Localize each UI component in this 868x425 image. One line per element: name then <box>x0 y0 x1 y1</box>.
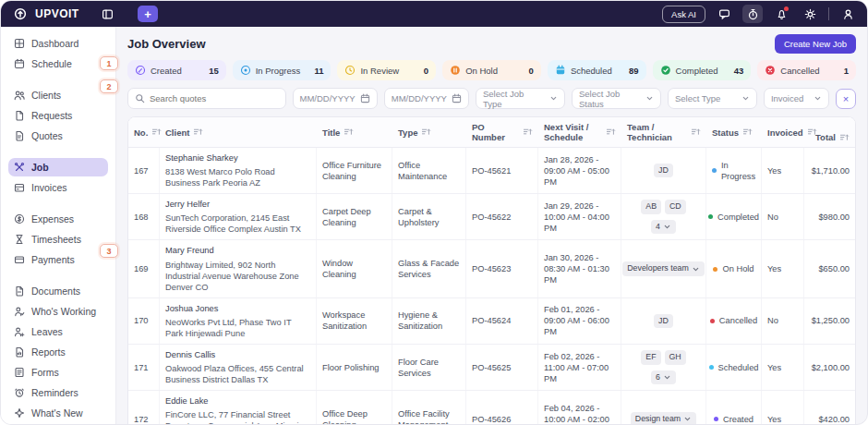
status-pill-label: Created <box>151 66 182 76</box>
search-field[interactable] <box>127 88 286 109</box>
sort-icon[interactable] <box>193 128 203 137</box>
filter-select-select-job-status[interactable]: Select Job Status <box>572 88 661 109</box>
cell-schedule: Jan 30, 2026 -08:30 AM - 01:30 PM <box>538 240 621 297</box>
upvoit-logo-icon <box>10 5 30 23</box>
settings-gear-icon[interactable] <box>800 5 820 23</box>
team-badge[interactable]: GH <box>665 350 686 364</box>
sidebar-item-leaves[interactable]: Leaves <box>8 322 108 341</box>
calendar-icon <box>360 93 370 103</box>
cell-team: JD <box>621 298 706 344</box>
cell-invoiced: No <box>762 194 804 239</box>
sidebar-item-requests[interactable]: Requests <box>8 106 108 125</box>
team-dropdown-chip[interactable]: 6 <box>651 370 676 384</box>
table-row[interactable]: 171Dennis CallisOakwood Plaza Offices, 4… <box>128 345 855 391</box>
cell-po-number: PO-45624 <box>466 298 538 344</box>
sidebar-item-label: Reminders <box>31 387 78 398</box>
chat-icon[interactable] <box>714 5 734 23</box>
sort-icon[interactable] <box>691 128 701 137</box>
status-pill-scheduled[interactable]: Scheduled89 <box>548 60 646 80</box>
status-pill-created[interactable]: Created15 <box>127 60 226 80</box>
team-badge[interactable]: EF <box>641 350 660 364</box>
sidebar-item-timesheets[interactable]: Timesheets <box>8 230 108 249</box>
cell-type: Carpet & Upholstery <box>392 194 466 239</box>
filters-row: MM/DD/YYYY MM/DD/YYYY Select Job TypeSel… <box>127 88 856 109</box>
table-row[interactable]: 167Stephanie Sharkey8138 West Marco Polo… <box>128 148 855 194</box>
timesheets-icon <box>14 234 25 245</box>
sidebar-item-quotes[interactable]: Quotes <box>8 127 108 145</box>
cell-total: $980.00 <box>804 194 855 239</box>
create-new-job-button[interactable]: Create New Job <box>775 34 856 54</box>
clear-filters-button[interactable]: × <box>836 89 856 109</box>
cell-no: 170 <box>128 298 160 344</box>
team-dropdown-chip[interactable]: Developers team <box>622 261 705 275</box>
sort-icon[interactable] <box>344 128 354 137</box>
table-row[interactable]: 168Jerry HelferSunTech Corporation, 2145… <box>128 194 855 240</box>
table-row[interactable]: 172Eddie LakeFinCore LLC, 77 Financial S… <box>128 391 855 425</box>
date-from-field[interactable]: MM/DD/YYYY <box>293 88 378 109</box>
sidebar-item-label: Job <box>31 162 49 173</box>
status-pill-on-hold[interactable]: On Hold0 <box>442 60 541 80</box>
sidebar-item-clients[interactable]: Clients <box>8 86 108 104</box>
filter-select-invoiced[interactable]: Invoiced <box>764 88 829 109</box>
scheduled-icon <box>555 65 566 76</box>
sidebar-item-label: Invoices <box>31 182 67 193</box>
quick-add-button[interactable]: + <box>138 6 158 22</box>
status-pill-completed[interactable]: Completed43 <box>653 60 752 80</box>
ask-ai-button[interactable]: Ask AI <box>662 6 705 23</box>
sidebar-item-invoices[interactable]: Invoices <box>8 178 108 197</box>
status-pill-in-review[interactable]: In Review0 <box>337 60 436 80</box>
cell-status: Created <box>706 391 762 425</box>
sort-icon[interactable] <box>606 128 616 137</box>
sort-icon[interactable] <box>421 128 431 137</box>
timer-icon[interactable] <box>742 5 763 23</box>
sidebar-item-job[interactable]: Job <box>8 158 108 176</box>
filter-select-select-type[interactable]: Select Type <box>668 88 757 109</box>
filter-select-select-job-type[interactable]: Select Job Type <box>476 88 565 109</box>
user-profile-icon[interactable] <box>838 5 858 23</box>
sidebar-item-who-s-working[interactable]: Who's Working <box>8 302 108 321</box>
filter-select-value: Select Job Type <box>483 89 545 109</box>
client-address: Oakwood Plaza Offices, 455 Central Busin… <box>165 363 310 385</box>
team-dropdown-chip[interactable]: 4 <box>651 220 676 234</box>
sidebar-item-what-s-new[interactable]: What's New <box>8 404 108 422</box>
team-badge[interactable]: AB <box>641 200 661 213</box>
sort-icon[interactable] <box>839 133 850 142</box>
team-badge[interactable]: CD <box>665 200 686 213</box>
client-address: Brightway Limited, 902 North Industrial … <box>165 260 310 293</box>
table-row[interactable]: 170Joshua JonesNeoWorks Pvt Ltd, Phase T… <box>128 298 855 345</box>
status-pill-in-progress[interactable]: In Progress11 <box>233 60 332 80</box>
sidebar-item-reports[interactable]: Reports <box>8 343 108 361</box>
notifications-bell-icon[interactable] <box>771 5 791 23</box>
schedule-line: Jan 29, 2026 - <box>544 200 615 212</box>
invoices-icon <box>14 182 25 193</box>
sort-icon[interactable] <box>523 128 533 137</box>
sidebar-item-expenses[interactable]: Expenses <box>8 210 108 228</box>
status-pill-label: In Progress <box>256 66 301 76</box>
sidebar-item-reminders[interactable]: Reminders <box>8 383 108 402</box>
client-name: Joshua Jones <box>165 303 310 314</box>
sidebar-item-forms[interactable]: Forms <box>8 363 108 382</box>
team-dropdown-chip[interactable]: Design team <box>631 412 696 425</box>
sidebar-item-payments[interactable]: Payments <box>8 250 108 269</box>
status-pill-count: 11 <box>314 66 323 76</box>
app-window: UPVOIT + Ask AI <box>0 0 868 425</box>
cell-invoiced: Yes <box>762 345 804 390</box>
date-to-field[interactable]: MM/DD/YYYY <box>384 88 469 109</box>
search-input[interactable] <box>150 93 279 103</box>
cell-no: 167 <box>128 148 160 193</box>
cell-client: Jerry HelferSunTech Corporation, 2145 Ea… <box>160 194 317 239</box>
team-badge[interactable]: JD <box>654 314 673 328</box>
cell-invoiced: No <box>762 298 804 344</box>
sidebar-toggle-icon[interactable] <box>97 5 117 23</box>
sidebar-item-dashboard[interactable]: Dashboard <box>8 34 108 53</box>
sidebar-item-documents[interactable]: Documents <box>8 282 108 300</box>
status-pill-count: 89 <box>629 66 639 76</box>
status-pill-cancelled[interactable]: Cancelled1 <box>757 60 856 80</box>
client-address: 8138 West Marco Polo Road Business Park … <box>165 166 310 188</box>
team-badge[interactable]: JD <box>654 164 673 177</box>
status-label: Completed <box>717 212 759 223</box>
table-row[interactable]: 169Mary FreundBrightway Limited, 902 Nor… <box>128 240 855 298</box>
sidebar-item-schedule[interactable]: Schedule <box>8 55 108 73</box>
sort-icon[interactable] <box>742 128 753 137</box>
chevron-down-icon <box>814 94 822 103</box>
